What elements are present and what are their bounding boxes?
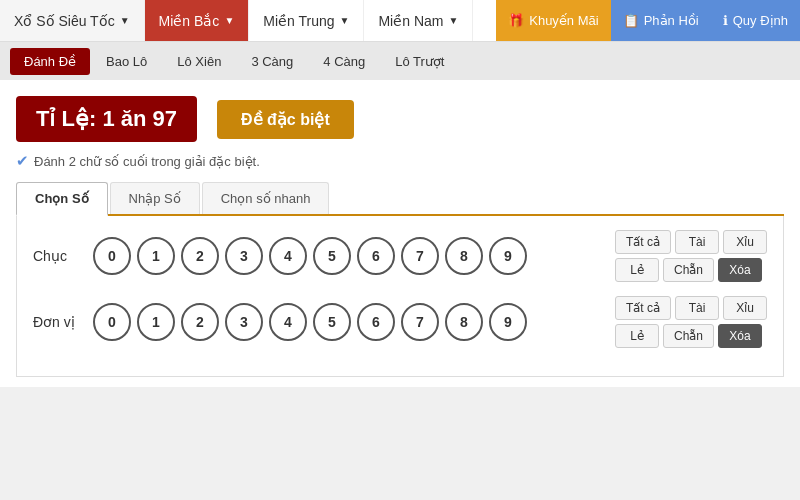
don-vi-xiu-button[interactable]: Xỉu [723,296,767,320]
chuc-chan-button[interactable]: Chẵn [663,258,714,282]
nav-quy-dinh[interactable]: ℹ Quy Định [711,0,800,41]
chuc-btn-2[interactable]: 2 [181,237,219,275]
nav-brand[interactable]: Xổ Số Siêu Tốc ▼ [0,0,145,41]
chuc-btn-8[interactable]: 8 [445,237,483,275]
sub-nav: Đánh Đề Bao Lô Lô Xiên 3 Càng 4 Càng Lô … [0,42,800,80]
nav-mien-nam[interactable]: Miền Nam ▼ [364,0,473,41]
don-vi-btn-7[interactable]: 7 [401,303,439,341]
chuc-btn-6[interactable]: 6 [357,237,395,275]
khuyen-mai-label: Khuyến Mãi [529,13,598,28]
nav-mien-bac[interactable]: Miền Bắc ▼ [145,0,250,41]
don-vi-quick-actions: Tất cả Tài Xỉu Lẻ Chẵn Xóa [615,296,767,348]
don-vi-tai-button[interactable]: Tài [675,296,719,320]
chuc-quick-actions: Tất cả Tài Xỉu Lẻ Chẵn Xóa [615,230,767,282]
chuc-xoa-button[interactable]: Xóa [718,258,762,282]
tab-nhap-so[interactable]: Nhập Số [110,182,200,214]
nav-brand-label: Xổ Số Siêu Tốc [14,13,115,29]
nav-mien-trung[interactable]: Miền Trung ▼ [249,0,364,41]
don-vi-quick-row-2: Lẻ Chẵn Xóa [615,324,767,348]
nav-phan-hoi[interactable]: 📋 Phản Hồi [611,0,711,41]
chuc-btn-0[interactable]: 0 [93,237,131,275]
chuc-row: Chục 0 1 2 3 4 5 6 7 8 9 Tất cả Tài Xỉu [33,230,767,282]
ratio-value: 1 ăn 97 [102,106,177,131]
don-vi-btn-9[interactable]: 9 [489,303,527,341]
phan-hoi-label: Phản Hồi [644,13,699,28]
don-vi-le-button[interactable]: Lẻ [615,324,659,348]
chuc-xiu-button[interactable]: Xỉu [723,230,767,254]
nav-mien-trung-label: Miền Trung [263,13,334,29]
chuc-btn-5[interactable]: 5 [313,237,351,275]
info-icon: ✔ [16,152,29,170]
ratio-box: Tỉ Lệ: 1 ăn 97 [16,96,197,142]
number-picker-area: Chục 0 1 2 3 4 5 6 7 8 9 Tất cả Tài Xỉu [16,216,784,377]
don-vi-tat-ca-button[interactable]: Tất cả [615,296,671,320]
mien-nam-chevron-icon: ▼ [448,15,458,26]
top-nav: Xổ Số Siêu Tốc ▼ Miền Bắc ▼ Miền Trung ▼… [0,0,800,42]
tab-chon-so-nhanh[interactable]: Chọn số nhanh [202,182,330,214]
de-dac-biet-button[interactable]: Đề đặc biệt [217,100,354,139]
don-vi-btn-2[interactable]: 2 [181,303,219,341]
brand-chevron-icon: ▼ [120,15,130,26]
chon-so-tabs: Chọn Số Nhập Số Chọn số nhanh [16,182,784,216]
quy-dinh-label: Quy Định [733,13,788,28]
nav-mien-bac-label: Miền Bắc [159,13,220,29]
info-text-label: Đánh 2 chữ số cuối trong giải đặc biệt. [34,154,260,169]
mien-trung-chevron-icon: ▼ [340,15,350,26]
sub-nav-lo-truot[interactable]: Lô Trượt [381,48,458,75]
ratio-label: Tỉ Lệ: [36,106,96,131]
nav-right-group: 🎁 Khuyến Mãi 📋 Phản Hồi ℹ Quy Định [496,0,800,41]
don-vi-label: Đơn vị [33,314,93,330]
don-vi-btn-0[interactable]: 0 [93,303,131,341]
don-vi-btn-4[interactable]: 4 [269,303,307,341]
sub-nav-lo-xien[interactable]: Lô Xiên [163,48,235,75]
nav-khuyen-mai[interactable]: 🎁 Khuyến Mãi [496,0,610,41]
don-vi-btn-6[interactable]: 6 [357,303,395,341]
chuc-tai-button[interactable]: Tài [675,230,719,254]
chuc-numbers: 0 1 2 3 4 5 6 7 8 9 [93,237,605,275]
sub-nav-4-cang[interactable]: 4 Càng [309,48,379,75]
ratio-section: Tỉ Lệ: 1 ăn 97 Đề đặc biệt [16,96,784,142]
quy-dinh-icon: ℹ [723,13,728,28]
phan-hoi-icon: 📋 [623,13,639,28]
don-vi-xoa-button[interactable]: Xóa [718,324,762,348]
sub-nav-3-cang[interactable]: 3 Càng [237,48,307,75]
khuyen-mai-icon: 🎁 [508,13,524,28]
don-vi-btn-5[interactable]: 5 [313,303,351,341]
main-content: Tỉ Lệ: 1 ăn 97 Đề đặc biệt ✔ Đánh 2 chữ … [0,80,800,387]
chuc-btn-3[interactable]: 3 [225,237,263,275]
don-vi-numbers: 0 1 2 3 4 5 6 7 8 9 [93,303,605,341]
don-vi-row: Đơn vị 0 1 2 3 4 5 6 7 8 9 Tất cả Tài Xỉ… [33,296,767,348]
nav-mien-nam-label: Miền Nam [378,13,443,29]
sub-nav-bao-lo[interactable]: Bao Lô [92,48,161,75]
don-vi-quick-row-1: Tất cả Tài Xỉu [615,296,767,320]
chuc-btn-4[interactable]: 4 [269,237,307,275]
tab-chon-so[interactable]: Chọn Số [16,182,108,216]
chuc-quick-row-2: Lẻ Chẵn Xóa [615,258,767,282]
chuc-btn-9[interactable]: 9 [489,237,527,275]
don-vi-btn-8[interactable]: 8 [445,303,483,341]
don-vi-btn-1[interactable]: 1 [137,303,175,341]
don-vi-chan-button[interactable]: Chẵn [663,324,714,348]
chuc-label: Chục [33,248,93,264]
chuc-le-button[interactable]: Lẻ [615,258,659,282]
chuc-quick-row-1: Tất cả Tài Xỉu [615,230,767,254]
chuc-tat-ca-button[interactable]: Tất cả [615,230,671,254]
mien-bac-chevron-icon: ▼ [224,15,234,26]
don-vi-btn-3[interactable]: 3 [225,303,263,341]
sub-nav-danh-de[interactable]: Đánh Đề [10,48,90,75]
info-text-row: ✔ Đánh 2 chữ số cuối trong giải đặc biệt… [16,152,784,170]
chuc-btn-7[interactable]: 7 [401,237,439,275]
chuc-btn-1[interactable]: 1 [137,237,175,275]
